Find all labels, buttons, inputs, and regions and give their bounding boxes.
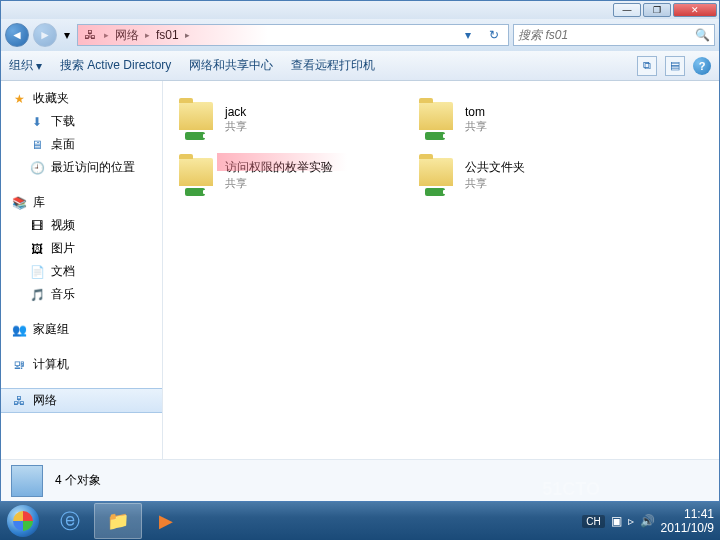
network-icon: 🖧 [11, 393, 27, 409]
back-button[interactable]: ◄ [5, 23, 29, 47]
sidebar-item-label: 计算机 [33, 356, 69, 373]
sidebar-item-label: 网络 [33, 392, 57, 409]
shared-folder-icon [175, 154, 217, 196]
folder-type: 共享 [225, 176, 333, 191]
address-dropdown[interactable]: ▾ [458, 25, 478, 45]
navigation-bar: ◄ ► ▾ 🖧 ▸ 网络 ▸ fs01 ▸ ▾ ↻ 🔍 [1, 19, 719, 51]
folder-name: tom [465, 105, 487, 119]
titlebar: — ❐ ✕ [1, 1, 719, 19]
folder-type: 共享 [465, 119, 487, 134]
network-center-button[interactable]: 网络和共享中心 [189, 57, 273, 74]
refresh-button[interactable]: ↻ [484, 25, 504, 45]
status-icon [11, 465, 43, 497]
command-bar: 组织 ▾ 搜索 Active Directory 网络和共享中心 查看远程打印机… [1, 51, 719, 81]
help-button[interactable]: ? [693, 57, 711, 75]
sidebar-item-label: 收藏夹 [33, 90, 69, 107]
folder-name: 访问权限的枚举实验 [225, 159, 333, 176]
clock-time: 11:41 [661, 507, 714, 521]
sidebar-documents[interactable]: 📄文档 [1, 260, 162, 283]
video-icon: 🎞 [29, 218, 45, 234]
star-icon: ★ [11, 91, 27, 107]
clock[interactable]: 11:41 2011/10/9 [661, 507, 714, 536]
sidebar-item-label: 下载 [51, 113, 75, 130]
minimize-button[interactable]: — [613, 3, 641, 17]
language-indicator[interactable]: CH [582, 515, 604, 528]
folder-item[interactable]: jack共享 [173, 95, 393, 143]
breadcrumb-network[interactable]: 网络 [115, 27, 139, 44]
tray-network-icon[interactable]: ▹ [628, 514, 634, 528]
shared-folder-icon [415, 154, 457, 196]
folder-item[interactable]: 公共文件夹共享 [413, 151, 633, 199]
view-options-button[interactable]: ⧉ [637, 56, 657, 76]
sidebar-item-label: 最近访问的位置 [51, 159, 135, 176]
organize-menu[interactable]: 组织 ▾ [9, 57, 42, 74]
sidebar-desktop[interactable]: 🖥桌面 [1, 133, 162, 156]
tray-flag-icon[interactable]: ▣ [611, 514, 622, 528]
sidebar-homegroup[interactable]: 👥家庭组 [1, 318, 162, 341]
homegroup-icon: 👥 [11, 322, 27, 338]
sidebar-favorites[interactable]: ★收藏夹 [1, 87, 162, 110]
preview-pane-button[interactable]: ▤ [665, 56, 685, 76]
sidebar-videos[interactable]: 🎞视频 [1, 214, 162, 237]
sidebar-network[interactable]: 🖧网络 [1, 388, 162, 413]
maximize-button[interactable]: ❐ [643, 3, 671, 17]
sidebar-item-label: 音乐 [51, 286, 75, 303]
forward-button[interactable]: ► [33, 23, 57, 47]
sidebar-item-label: 桌面 [51, 136, 75, 153]
history-dropdown[interactable]: ▾ [61, 27, 73, 43]
sidebar-item-label: 家庭组 [33, 321, 69, 338]
sidebar-item-label: 视频 [51, 217, 75, 234]
file-list: jack共享 tom共享 访问权限的枚举实验共享 公共文件夹共享 [163, 81, 719, 459]
taskbar: ⓔ 📁 ▶ 51CTO CH ▣ ▹ 🔊 11:41 2011/10/9 [0, 502, 720, 540]
desktop-icon: 🖥 [29, 137, 45, 153]
folder-item[interactable]: tom共享 [413, 95, 633, 143]
breadcrumb-arrow: ▸ [145, 30, 150, 40]
view-printers-button[interactable]: 查看远程打印机 [291, 57, 375, 74]
music-icon: 🎵 [29, 287, 45, 303]
taskbar-mediaplayer[interactable]: ▶ [142, 503, 190, 539]
close-button[interactable]: ✕ [673, 3, 717, 17]
library-icon: 📚 [11, 195, 27, 211]
computer-icon: 🖳 [11, 357, 27, 373]
document-icon: 📄 [29, 264, 45, 280]
windows-orb-icon [7, 505, 39, 537]
search-ad-button[interactable]: 搜索 Active Directory [60, 57, 171, 74]
system-tray: 51CTO CH ▣ ▹ 🔊 11:41 2011/10/9 [576, 507, 720, 536]
search-input[interactable] [518, 28, 691, 42]
search-icon[interactable]: 🔍 [695, 28, 710, 42]
item-count: 4 个对象 [55, 472, 101, 489]
recent-icon: 🕘 [29, 160, 45, 176]
sidebar-item-label: 图片 [51, 240, 75, 257]
picture-icon: 🖼 [29, 241, 45, 257]
taskbar-explorer[interactable]: 📁 [94, 503, 142, 539]
sidebar-item-label: 库 [33, 194, 45, 211]
address-bar[interactable]: 🖧 ▸ 网络 ▸ fs01 ▸ ▾ ↻ [77, 24, 509, 46]
shared-folder-icon [415, 98, 457, 140]
sidebar-computer[interactable]: 🖳计算机 [1, 353, 162, 376]
breadcrumb-arrow: ▸ [104, 30, 109, 40]
folder-type: 共享 [225, 119, 247, 134]
clock-date: 2011/10/9 [661, 521, 714, 535]
sidebar-libraries[interactable]: 📚库 [1, 191, 162, 214]
watermark: 51CTO [542, 479, 600, 500]
folder-type: 共享 [465, 176, 525, 191]
download-icon: ⬇ [29, 114, 45, 130]
status-bar: 4 个对象 [1, 459, 719, 501]
breadcrumb-host[interactable]: fs01 [156, 28, 179, 42]
sidebar-downloads[interactable]: ⬇下载 [1, 110, 162, 133]
shared-folder-icon [175, 98, 217, 140]
tray-volume-icon[interactable]: 🔊 [640, 514, 655, 528]
start-button[interactable] [0, 502, 46, 540]
folder-name: 公共文件夹 [465, 159, 525, 176]
breadcrumb-arrow: ▸ [185, 30, 190, 40]
network-icon: 🖧 [82, 27, 98, 43]
sidebar-item-label: 文档 [51, 263, 75, 280]
folder-item[interactable]: 访问权限的枚举实验共享 [173, 151, 393, 199]
sidebar-recent[interactable]: 🕘最近访问的位置 [1, 156, 162, 179]
sidebar-music[interactable]: 🎵音乐 [1, 283, 162, 306]
navigation-pane: ★收藏夹 ⬇下载 🖥桌面 🕘最近访问的位置 📚库 🎞视频 🖼图片 📄文档 🎵音乐… [1, 81, 163, 459]
search-box[interactable]: 🔍 [513, 24, 715, 46]
taskbar-ie[interactable]: ⓔ [46, 503, 94, 539]
sidebar-pictures[interactable]: 🖼图片 [1, 237, 162, 260]
folder-name: jack [225, 105, 247, 119]
